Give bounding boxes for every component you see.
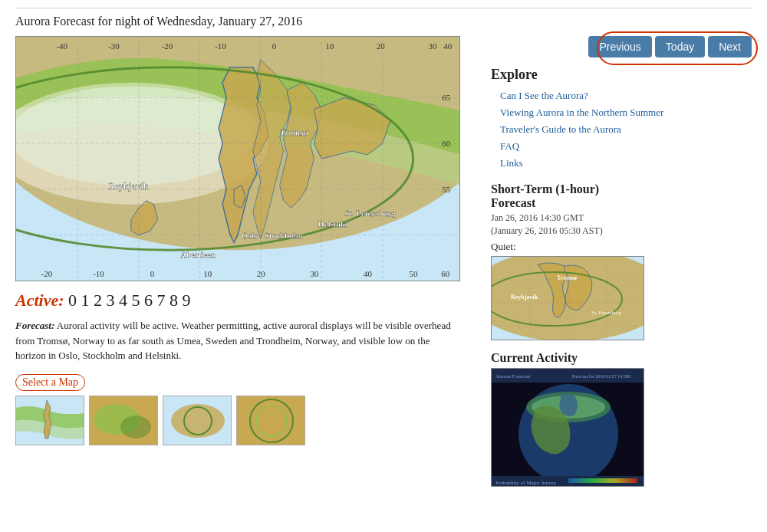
svg-text:-20: -20 [162, 41, 173, 51]
svg-text:40: 40 [364, 269, 372, 278]
svg-text:Reykjavik: Reykjavik [511, 294, 538, 300]
svg-text:-40: -40 [56, 41, 67, 51]
svg-text:Oslo: Oslo [242, 231, 258, 240]
map-thumbnails [15, 396, 476, 445]
svg-text:55: 55 [442, 185, 450, 194]
svg-text:20: 20 [377, 41, 385, 51]
explore-link-1[interactable]: Can I See the Aurora? [491, 87, 752, 104]
forecast-text: Forecast: Auroral activity will be activ… [15, 318, 460, 363]
svg-rect-75 [568, 478, 637, 483]
svg-text:-30: -30 [108, 41, 120, 51]
svg-text:St. Petersburg: St. Petersburg [344, 209, 396, 218]
forecast-time-line2: (January 26, 2016 05:30 AST) [491, 225, 603, 236]
svg-text:65: 65 [442, 93, 450, 102]
svg-text:10: 10 [203, 269, 212, 278]
svg-text:50: 50 [410, 269, 418, 278]
current-activity-map: Aurora Forecast Forecast for 2016/01/27 … [491, 368, 644, 487]
nav-buttons-area: Previous Today Next [491, 36, 752, 57]
current-activity-heading: Current Activity [491, 351, 752, 365]
svg-text:Helsinki: Helsinki [318, 219, 347, 228]
left-column: -40 -30 -20 -10 0 10 20 30 40 65 60 55 -… [15, 36, 476, 445]
svg-text:10: 10 [325, 41, 334, 51]
explore-link-3-anchor[interactable]: Traveler's Guide to the Aurora [500, 123, 621, 135]
svg-text:Forecast for 2016/01/27 14:30U: Forecast for 2016/01/27 14:30U [572, 374, 632, 379]
explore-section: Explore Can I See the Aurora? Viewing Au… [491, 67, 752, 172]
svg-text:Stockholm: Stockholm [265, 231, 303, 240]
svg-text:-10: -10 [93, 269, 104, 278]
explore-link-5-anchor[interactable]: Links [500, 157, 523, 169]
active-label-row: Active: 0 1 2 3 4 5 6 7 8 9 [15, 291, 476, 310]
explore-links-list: Can I See the Aurora? Viewing Aurora in … [491, 87, 752, 172]
select-map-section: Select a Map [15, 374, 476, 445]
svg-rect-50 [237, 396, 305, 445]
forecast-time-line1: Jan 26, 2016 14:30 GMT [491, 212, 584, 223]
activity-numbers-before: 0 1 2 3 [68, 291, 115, 310]
activity-numbers-after: 5 6 7 8 9 [132, 291, 191, 310]
short-term-map: Reykjavik Tromsø St. Petersburg [491, 256, 644, 340]
svg-text:Tromsø: Tromsø [280, 127, 308, 138]
forecast-time: Jan 26, 2016 14:30 GMT (January 26, 2016… [491, 212, 752, 238]
svg-point-3 [16, 87, 253, 186]
svg-text:30: 30 [428, 41, 436, 51]
svg-text:Reykjavik: Reykjavik [108, 181, 149, 192]
svg-point-48 [171, 404, 225, 438]
quiet-label: Quiet: [491, 241, 752, 253]
svg-text:-20: -20 [41, 269, 53, 278]
previous-button[interactable]: Previous [588, 36, 651, 57]
current-activity-section: Current Activity [491, 351, 752, 487]
explore-link-4[interactable]: FAQ [491, 138, 752, 155]
explore-link-3[interactable]: Traveler's Guide to the Aurora [491, 121, 752, 138]
svg-text:Aberdeen: Aberdeen [180, 250, 216, 259]
svg-text:60: 60 [441, 269, 449, 278]
page-title: Aurora Forecast for night of Wednesday, … [15, 8, 752, 28]
map-thumbnail-3[interactable] [163, 396, 232, 445]
short-term-heading: Short-Term (1-hour)Forecast [491, 182, 752, 210]
svg-text:0: 0 [150, 269, 155, 278]
svg-text:40: 40 [443, 41, 452, 51]
svg-text:30: 30 [310, 269, 318, 278]
svg-text:-10: -10 [215, 41, 226, 51]
right-column: Previous Today Next Explore Can I See th… [491, 36, 752, 487]
svg-text:Tromsø: Tromsø [557, 274, 577, 281]
explore-link-4-anchor[interactable]: FAQ [500, 140, 519, 152]
svg-text:Aurora Forecast: Aurora Forecast [495, 373, 530, 379]
forecast-body: Auroral activity will be active. Weather… [15, 320, 451, 361]
explore-link-1-anchor[interactable]: Can I See the Aurora? [500, 90, 588, 101]
forecast-bold-label: Forecast: [15, 320, 54, 331]
map-thumbnail-2[interactable] [89, 396, 158, 445]
explore-link-5[interactable]: Links [491, 155, 752, 172]
svg-point-46 [120, 415, 151, 438]
explore-heading: Explore [491, 67, 752, 83]
active-word: Active: [15, 291, 64, 310]
today-button[interactable]: Today [655, 36, 705, 57]
svg-text:60: 60 [442, 139, 450, 148]
circled-number: 4 [119, 291, 127, 310]
main-aurora-map: -40 -30 -20 -10 0 10 20 30 40 65 60 55 -… [15, 36, 460, 281]
select-map-label[interactable]: Select a Map [15, 374, 85, 391]
map-thumbnail-4[interactable] [236, 396, 305, 445]
map-thumbnail-1[interactable] [15, 396, 84, 445]
next-button[interactable]: Next [708, 36, 752, 57]
svg-text:20: 20 [257, 269, 265, 278]
explore-link-2[interactable]: Viewing Aurora in the Northern Summer [491, 104, 752, 121]
short-term-section: Short-Term (1-hour)Forecast Jan 26, 2016… [491, 182, 752, 340]
explore-link-2-anchor[interactable]: Viewing Aurora in the Northern Summer [500, 107, 663, 118]
svg-text:0: 0 [272, 41, 277, 51]
svg-text:Probability of Major Aurora: Probability of Major Aurora [495, 480, 557, 486]
